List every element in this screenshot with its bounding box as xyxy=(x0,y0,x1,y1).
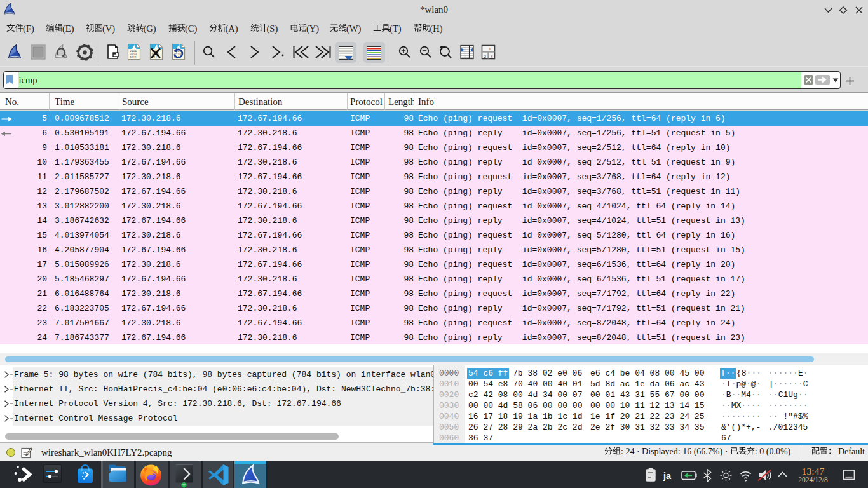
svg-text:ja: ja xyxy=(663,471,672,481)
svg-text:2: 2 xyxy=(484,54,487,59)
svg-text:0111: 0111 xyxy=(130,56,137,59)
svg-text:3: 3 xyxy=(491,54,493,59)
svg-text:1: 1 xyxy=(489,46,491,51)
